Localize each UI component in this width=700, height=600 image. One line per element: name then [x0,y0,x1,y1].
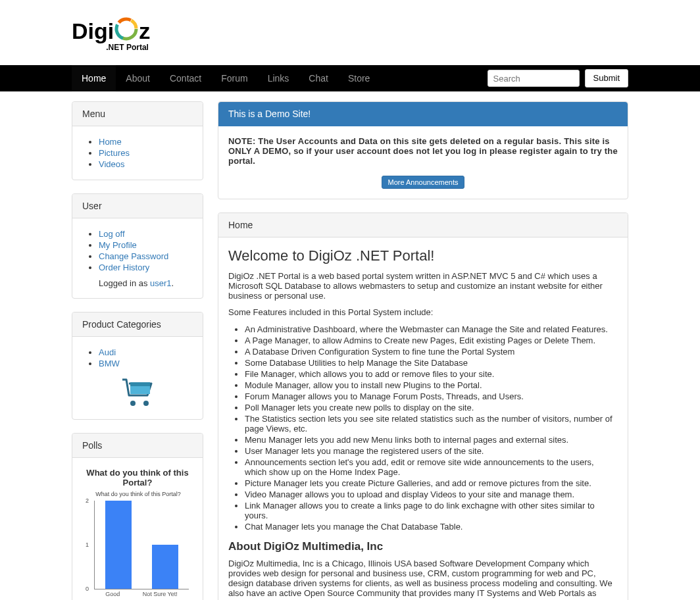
intro-text: DigiOz .NET Portal is a web based portal… [228,271,618,301]
logged-in-user-link[interactable]: user1 [150,278,172,288]
menu-panel: Menu HomePicturesVideos [72,101,203,180]
search-input[interactable] [488,70,580,87]
about-body: DigiOz Multimedia, Inc is a Chicago, Ill… [228,559,618,600]
menu-link[interactable]: Home [99,137,122,147]
user-link[interactable]: Order History [99,262,149,272]
nav-item-home[interactable]: Home [72,65,116,91]
feature-item: Module Manager, allow you to install new… [245,380,618,391]
cart-icon[interactable] [120,399,155,409]
submit-button[interactable]: Submit [585,69,628,88]
logo-swirl-icon [114,16,139,43]
menu-link[interactable]: Videos [99,159,125,169]
logo-text-2: z [139,18,150,43]
list-item: Audi [99,347,193,358]
poll-chart: What do you think of this Portal? 012 Go… [82,491,194,597]
chart-tick: 2 [86,497,89,504]
home-panel: Home Welcome to DigiOz .NET Portal! Digi… [218,213,628,600]
menu-link[interactable]: Pictures [99,148,130,158]
feature-item: Chat Manager lets you manage the Chat Da… [245,521,618,532]
feature-item: File Manager, which allows you to add or… [245,368,618,380]
more-announcements-button[interactable]: More Announcements [382,176,464,189]
feature-item: Announcements section let's you add, edi… [245,457,618,478]
chart-tick: 1 [86,541,89,548]
polls-panel: Polls What do you think of this Portal? … [72,433,203,600]
feature-list: An Administrative Dashboard, where the W… [228,324,618,532]
about-heading: About DigiOz Multimedia, Inc [228,540,618,553]
feature-item: The Statistics section lets you see site… [245,413,618,434]
feature-item: Picture Manager lets you create Picture … [245,478,618,489]
user-link[interactable]: Change Password [99,251,168,261]
feature-item: Link Manager allows you to create a link… [245,500,618,521]
nav-item-links[interactable]: Links [258,65,299,91]
feature-item: An Administrative Dashboard, where the W… [245,324,618,335]
nav-item-forum[interactable]: Forum [211,65,257,91]
navbar: HomeAboutContactForumLinksChatStore Subm… [0,65,700,91]
list-item: Change Password [99,251,193,262]
list-item: My Profile [99,239,193,251]
nav-item-about[interactable]: About [116,65,160,91]
categories-title: Product Categories [72,312,203,337]
list-item: Home [99,136,193,147]
svg-point-6 [130,401,136,406]
logo-subtitle: .NET Portal [72,43,150,52]
announcement-panel: This is a Demo Site! NOTE: The User Acco… [218,101,628,199]
chart-tick: 0 [86,586,89,592]
list-item: Pictures [99,147,193,159]
features-lead: Some Features included in this Portal Sy… [228,307,618,317]
list-item: BMW [99,358,193,369]
logged-in-prefix: Logged in as [99,278,150,288]
list-item: Order History [99,262,193,273]
polls-title: Polls [72,434,203,458]
list-item: Videos [99,159,193,170]
announcement-title: This is a Demo Site! [218,102,628,126]
feature-item: A Database Driven Configuration System t… [245,346,618,357]
logo: Digi z .NET Portal [72,16,150,52]
nav-item-store[interactable]: Store [338,65,380,91]
feature-item: Some Database Utilities to help Manage t… [245,357,618,368]
feature-item: Video Manager allows you to upload and d… [245,489,618,500]
feature-item: Poll Manager lets you create new polls t… [245,402,618,413]
announcement-body: NOTE: The User Accounts and Data on this… [228,136,618,166]
list-item: Log off [99,228,193,239]
svg-point-7 [143,401,149,406]
chart-bar [105,501,132,589]
logo-text-1: Digi [72,18,114,43]
svg-rect-5 [130,382,150,386]
user-panel: User Log offMy ProfileChange PasswordOrd… [72,193,203,299]
nav-item-chat[interactable]: Chat [299,65,338,91]
nav-items: HomeAboutContactForumLinksChatStore [72,65,380,91]
chart-category-label: Good [105,591,120,597]
user-title: User [72,194,203,218]
poll-question: What do you think of this Portal? [82,468,193,488]
user-link[interactable]: My Profile [99,240,137,250]
categories-panel: Product Categories AudiBMW [72,312,203,420]
chart-title: What do you think of this Portal? [82,491,194,497]
chart-bar [152,545,178,589]
category-link[interactable]: Audi [99,347,116,357]
home-panel-title: Home [218,213,628,238]
logged-in-suffix: . [172,278,174,288]
menu-title: Menu [72,102,203,126]
user-link[interactable]: Log off [99,229,125,239]
feature-item: Forum Manager allows you to Manage Forum… [245,391,618,402]
nav-item-contact[interactable]: Contact [160,65,211,91]
chart-category-label: Not Sure Yet! [143,591,178,597]
feature-item: A Page Manager, to allow Admins to Creat… [245,335,618,346]
feature-item: Menu Manager lets you add new Menu links… [245,434,618,445]
welcome-heading: Welcome to DigiOz .NET Portal! [228,247,618,264]
feature-item: User Manager lets you manage the registe… [245,445,618,457]
category-link[interactable]: BMW [99,359,120,368]
